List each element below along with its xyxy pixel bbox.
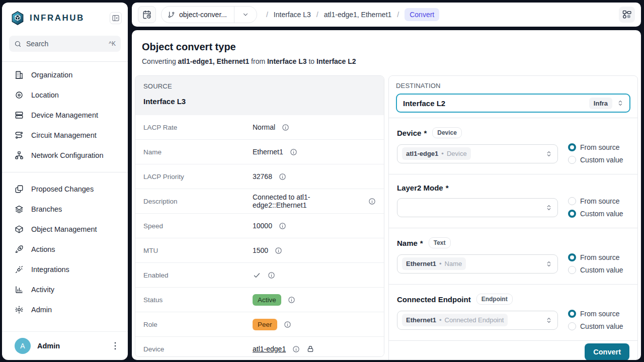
sidebar-item-organization[interactable]: Organization [2,65,128,85]
related-object-link[interactable]: atl1-edge1 [253,345,286,353]
breadcrumb-item-atl1-edge1-ethernet1[interactable]: atl1-edge1, Ethernet1 [324,11,392,19]
chevron-down-icon [242,11,249,18]
info-icon[interactable] [288,296,295,304]
info-icon[interactable] [284,321,291,328]
radio-icon [568,310,576,318]
sidebar-item-actions[interactable]: Actions [2,239,128,259]
sidebar-item-network-configuration[interactable]: Network Configuration [2,145,128,165]
destination-field-connected-endpoint: Connected Endpoint Endpoint Ethernet1•Co… [389,284,637,340]
box-icon [15,225,24,234]
field-value-pill: Ethernet1•Name [402,257,466,270]
route-icon [15,131,24,140]
page-subtitle: Converting atl1-edge1, Ethernet1 from In… [142,57,631,65]
sidebar-item-activity[interactable]: Activity [2,280,128,300]
source-row-label: Speed [143,222,253,230]
source-row-device: Device atl1-edge1 [135,337,384,357]
source-panel-header: SOURCE Interface L3 [135,76,384,115]
field-kind-badge: Endpoint [476,294,513,305]
branch-selector[interactable]: object-conver... [161,6,257,23]
sidebar-item-object-management[interactable]: Object Management [2,219,128,239]
chevrons-up-down-icon [545,204,553,212]
sidebar-item-circuit-management[interactable]: Circuit Management [2,125,128,145]
info-icon[interactable] [292,345,300,353]
source-row-label: Status [143,296,253,304]
destination-field-device: Device * Device atl1-edge1•Device From s… [389,118,637,174]
network-icon [15,151,24,160]
source-row-role: Role Peer [135,312,384,337]
field-value-pill: Ethernet1•Connected Endpoint [402,314,508,326]
radio-custom-value[interactable]: Custom value [568,266,629,274]
field-name: Layer2 Mode [397,184,443,192]
breadcrumb-item-convert[interactable]: Convert [405,8,439,21]
destination-type-select[interactable]: Interface L2 Infra [396,94,630,113]
field-select[interactable]: atl1-edge1•Device [397,144,558,163]
status-badge: Active [253,294,281,306]
layers-icon [15,205,24,214]
branch-dropdown-toggle[interactable] [234,7,257,23]
checkmark-icon [253,271,261,280]
page-title: Object convert type [142,41,631,53]
sidebar-item-device-management[interactable]: Device Management [2,105,128,125]
radio-from-source[interactable]: From source [568,310,629,318]
sidebar-item-proposed-changes[interactable]: Proposed Changes [2,179,128,199]
source-value: Ethernet1 [253,148,283,156]
chevrons-up-down-icon [545,260,553,268]
schema-visualizer-icon[interactable] [619,7,635,23]
sidebar-item-branches[interactable]: Branches [2,199,128,219]
radio-from-source[interactable]: From source [568,197,629,205]
search-icon [14,40,22,48]
field-value-pill: atl1-edge1•Device [402,147,471,160]
sidebar-item-location[interactable]: Location [2,85,128,105]
branch-name: object-conver... [179,11,227,19]
field-select[interactable] [397,198,558,217]
source-section-label: SOURCE [143,82,376,90]
sidebar: INFRAHUB Search ^K Organization Location… [2,3,128,360]
required-asterisk: * [446,184,449,192]
radio-icon [568,143,576,151]
radio-custom-value[interactable]: Custom value [568,322,629,330]
user-menu-kebab-icon[interactable] [110,340,121,351]
info-icon[interactable] [275,247,282,254]
server-icon [15,111,24,120]
info-icon[interactable] [279,222,286,230]
calendar-clock-icon[interactable] [138,6,156,23]
convert-button[interactable]: Convert [585,343,629,360]
source-row-status: Status Active [135,288,384,312]
source-row-lacp-priority: LACP Priority 32768 [135,164,384,189]
destination-section-label: DESTINATION [396,82,630,89]
source-row-enabled: Enabled [135,263,384,288]
source-row-label: Description [143,198,253,205]
info-icon[interactable] [268,272,275,279]
field-select[interactable]: Ethernet1•Name [397,254,558,274]
user-row[interactable]: A Admin [2,331,128,360]
sidebar-divider [2,172,128,172]
search-placeholder: Search [26,40,109,48]
sidebar-collapse-icon[interactable] [110,12,122,24]
radio-custom-value[interactable]: Custom value [568,156,629,164]
field-kind-badge: Device [432,127,462,138]
destination-field-layer2-mode: Layer2 Mode * From source Custom value [389,174,637,228]
radio-icon [568,253,576,261]
sidebar-item-admin[interactable]: Admin [2,300,128,320]
source-row-name: Name Ethernet1 [135,140,384,164]
radio-custom-value[interactable]: Custom value [568,210,629,218]
radio-icon [568,156,576,164]
radio-from-source[interactable]: From source [568,253,629,261]
building-icon [15,70,24,79]
search-input[interactable]: Search ^K [9,36,121,52]
info-icon[interactable] [282,124,289,131]
source-row-lacp-rate: LACP Rate Normal [135,115,384,140]
info-icon[interactable] [279,173,286,180]
sidebar-item-integrations[interactable]: Integrations [2,259,128,280]
destination-fields: Device * Device atl1-edge1•Device From s… [389,118,637,340]
radio-from-source[interactable]: From source [568,143,629,151]
breadcrumb-item-interface-l3[interactable]: Interface L3 [274,11,311,19]
field-name: Connected Endpoint [397,295,471,304]
destination-footer: Convert [389,340,637,360]
info-icon[interactable] [368,198,376,205]
source-row-label: LACP Rate [143,124,253,131]
info-icon[interactable] [290,148,297,156]
chevrons-up-down-icon [616,99,624,107]
app-title: INFRAHUB [30,13,85,23]
field-select[interactable]: Ethernet1•Connected Endpoint [397,311,558,330]
